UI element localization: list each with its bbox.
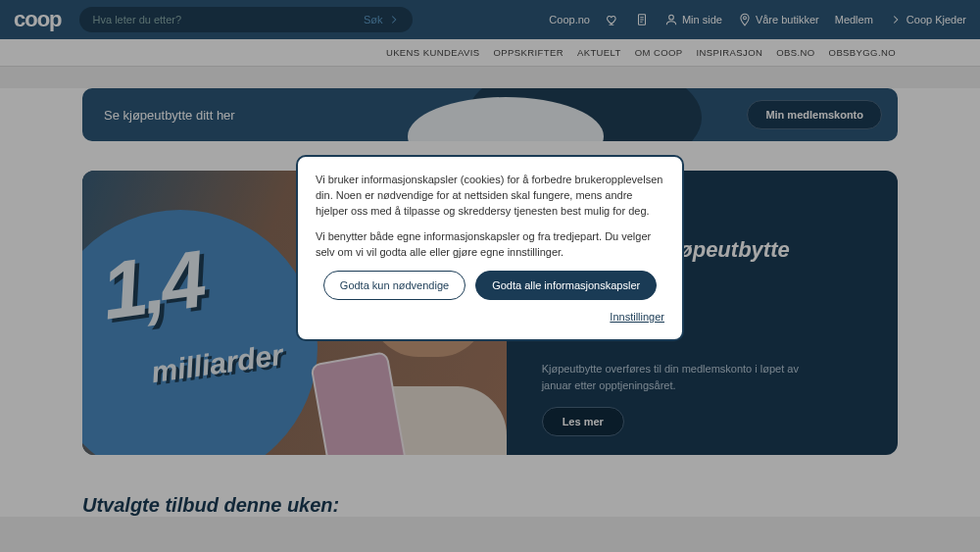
cookie-text-2: Vi benytter både egne informasjonskapsle… xyxy=(316,229,664,261)
cookie-text-1: Vi bruker informasjonskapsler (cookies) … xyxy=(316,173,664,220)
cookie-buttons: Godta kun nødvendige Godta alle informas… xyxy=(316,271,664,300)
cookie-necessary-button[interactable]: Godta kun nødvendige xyxy=(323,271,466,300)
cookie-accept-all-button[interactable]: Godta alle informasjonskapsler xyxy=(475,271,657,300)
cookie-settings-link[interactable]: Innstillinger xyxy=(316,310,664,326)
cookie-modal: Vi bruker informasjonskapsler (cookies) … xyxy=(296,155,684,341)
